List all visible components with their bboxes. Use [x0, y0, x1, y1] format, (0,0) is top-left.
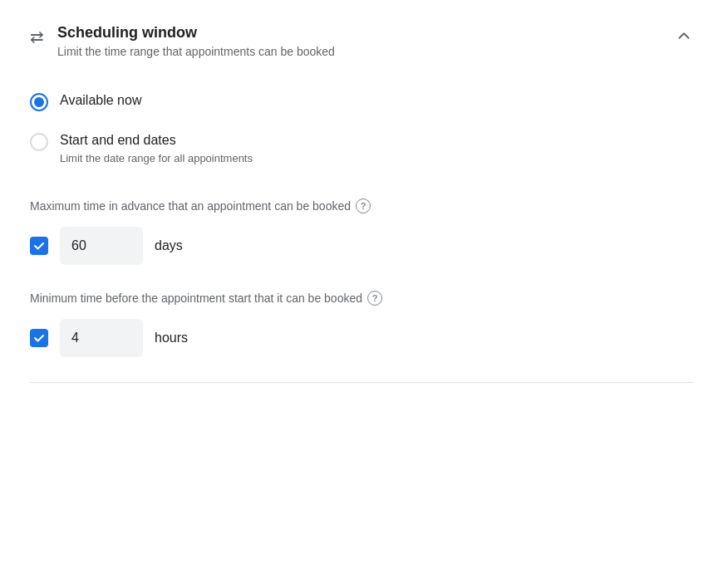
max-advance-checkbox[interactable]: [30, 237, 48, 255]
max-advance-checkbox-wrapper: [30, 237, 48, 255]
max-advance-label-text: Maximum time in advance that an appointm…: [30, 198, 351, 215]
bottom-divider: [30, 382, 693, 383]
max-advance-unit: days: [155, 238, 183, 253]
min-before-label: Minimum time before the appointment star…: [30, 290, 693, 307]
max-advance-input-row: days: [30, 227, 693, 265]
radio-circle-start-end-dates[interactable]: [30, 133, 48, 151]
max-advance-section: Maximum time in advance that an appointm…: [30, 198, 693, 265]
min-before-input[interactable]: [60, 319, 143, 357]
checkmark-icon-2: [33, 332, 45, 344]
swap-icon[interactable]: ⇄: [30, 27, 44, 47]
max-advance-help-icon[interactable]: ?: [356, 198, 371, 213]
radio-start-end-dates[interactable]: Start and end dates Limit the date range…: [30, 121, 693, 174]
radio-group: Available now Start and end dates Limit …: [30, 81, 693, 174]
min-before-unit: hours: [155, 331, 188, 345]
header-text: Scheduling window Limit the time range t…: [57, 23, 335, 58]
min-before-label-text: Minimum time before the appointment star…: [30, 290, 362, 307]
scheduling-window-panel: ⇄ Scheduling window Limit the time range…: [0, 0, 723, 383]
radio-sublabel-start-end: Limit the date range for all appointment…: [60, 152, 253, 164]
max-advance-input[interactable]: [60, 227, 143, 265]
radio-label-start-end: Start and end dates: [60, 131, 253, 149]
min-before-checkbox[interactable]: [30, 329, 48, 347]
radio-label-available-now-group: Available now: [60, 91, 141, 110]
radio-available-now[interactable]: Available now: [30, 81, 693, 121]
header-left: ⇄ Scheduling window Limit the time range…: [30, 23, 335, 58]
min-before-section: Minimum time before the appointment star…: [30, 290, 693, 357]
min-before-checkbox-wrapper: [30, 329, 48, 347]
radio-circle-available-now[interactable]: [30, 93, 48, 111]
section-subtitle: Limit the time range that appointments c…: [57, 45, 335, 58]
radio-label-start-end-group: Start and end dates Limit the date range…: [60, 131, 253, 164]
max-advance-label: Maximum time in advance that an appointm…: [30, 198, 693, 215]
header-row: ⇄ Scheduling window Limit the time range…: [30, 23, 693, 58]
section-title: Scheduling window: [57, 23, 335, 42]
radio-label-available-now: Available now: [60, 91, 141, 110]
collapse-icon[interactable]: [675, 27, 693, 49]
checkmark-icon: [33, 240, 45, 252]
min-before-help-icon[interactable]: ?: [367, 291, 382, 306]
min-before-input-row: hours: [30, 319, 693, 357]
